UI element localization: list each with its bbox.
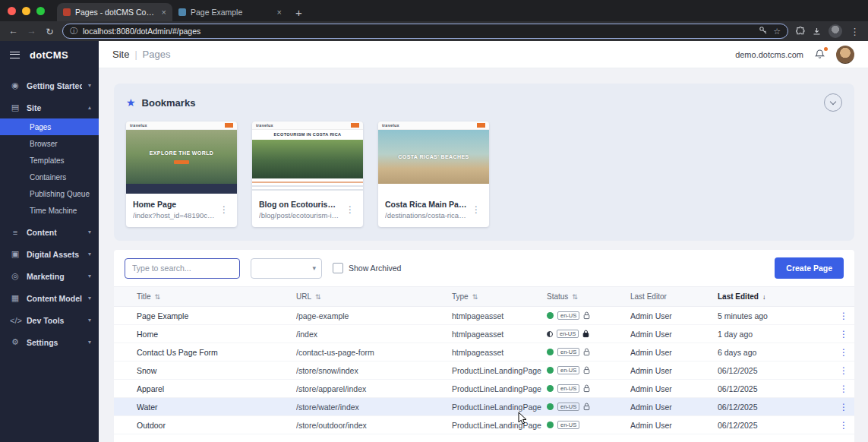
column-header-url[interactable]: URL ⇅	[296, 292, 452, 301]
sidebar-item-site[interactable]: ▤ Site ▴	[0, 96, 99, 118]
sort-icon[interactable]: ⇅	[472, 293, 478, 301]
bookmarks-collapse-button[interactable]	[824, 93, 842, 112]
row-menu-icon[interactable]: ⋮	[839, 384, 848, 394]
type-filter-select[interactable]: ▾	[251, 258, 322, 279]
cell-title[interactable]: Page Example	[137, 311, 296, 320]
notifications-bell-icon[interactable]	[814, 49, 825, 60]
sort-icon[interactable]: ↓	[762, 293, 766, 301]
nav-item-label: Content Model	[27, 294, 82, 303]
column-header-title[interactable]: Title ⇅	[137, 292, 296, 301]
column-header-last-editor[interactable]: Last Editor	[630, 292, 718, 301]
bookmark-menu-icon[interactable]: ⋮	[344, 204, 356, 215]
sort-icon[interactable]: ⇅	[315, 293, 321, 301]
bookmark-title[interactable]: Costa Rica Main Page	[385, 200, 467, 209]
lock-icon	[582, 330, 589, 338]
bookmark-card[interactable]: travelux EXPLORE THE WORLD Home Page /in…	[126, 122, 237, 227]
table-row[interactable]: Contact Us Page Form /contact-us-page-fo…	[114, 343, 854, 361]
lock-icon	[583, 348, 590, 356]
sidebar-item-time-machine[interactable]: Time Machine	[0, 202, 99, 219]
downloads-icon[interactable]	[812, 27, 822, 36]
cell-title[interactable]: Snow	[137, 366, 296, 375]
bookmark-card[interactable]: travelux ECOTOURISM IN COSTA RICA Blog o…	[252, 122, 363, 227]
bookmark-menu-icon[interactable]: ⋮	[470, 204, 482, 215]
back-icon[interactable]: ←	[8, 26, 19, 36]
sidebar-item-containers[interactable]: Containers	[0, 169, 99, 185]
cell-edited: 1 day ago	[718, 330, 839, 339]
table-row[interactable]: Water /store/water/index ProductLineLand…	[114, 398, 854, 416]
cell-title[interactable]: Outdoor	[137, 421, 296, 430]
browser-tab[interactable]: Page Example ×	[172, 3, 288, 21]
minimize-window-button[interactable]	[22, 7, 30, 15]
user-avatar[interactable]	[836, 46, 854, 64]
site-hostname[interactable]: demo.dotcms.com	[735, 50, 803, 59]
forward-icon[interactable]: →	[26, 26, 37, 36]
chevron-down-icon: ▾	[312, 264, 316, 272]
sidebar-item-browser[interactable]: Browser	[0, 135, 99, 152]
browser-menu-icon[interactable]: ⋮	[849, 26, 860, 37]
reload-icon[interactable]: ↻	[44, 26, 55, 37]
bookmark-thumbnail: travelux COSTA RICAS' BEACHES	[378, 122, 489, 194]
bookmark-card[interactable]: travelux COSTA RICAS' BEACHES Costa Rica…	[378, 122, 489, 227]
close-window-button[interactable]	[8, 7, 16, 15]
cell-title[interactable]: Contact Us Page Form	[137, 348, 296, 357]
sort-icon[interactable]: ⇅	[572, 293, 578, 301]
sidebar-item-settings[interactable]: ⚙ Settings ▾	[0, 331, 99, 353]
cell-title[interactable]: Water	[137, 403, 296, 412]
tab-close-icon[interactable]: ×	[162, 8, 166, 17]
sidebar-item-templates[interactable]: Templates	[0, 152, 99, 169]
browser-profile-avatar[interactable]	[829, 24, 842, 38]
table-row[interactable]: Outdoor /store/outdoor/index ProductLine…	[114, 416, 854, 434]
row-menu-icon[interactable]: ⋮	[839, 311, 848, 321]
sidebar-item-dev-tools[interactable]: </> Dev Tools ▾	[0, 309, 99, 331]
row-menu-icon[interactable]: ⋮	[839, 365, 848, 376]
site-info-icon[interactable]: ⓘ	[70, 26, 77, 36]
thumb-brand: travelux	[256, 123, 273, 128]
pages-list-panel: ▾ Show Archived Create Page Title ⇅ URL …	[114, 250, 854, 442]
sidebar-item-getting-started[interactable]: ◉ Getting Started ▾	[0, 74, 99, 96]
breadcrumb-site[interactable]: Site	[112, 49, 129, 60]
sidebar-item-publishing-queue[interactable]: Publishing Queue	[0, 185, 99, 202]
hamburger-menu-icon[interactable]	[10, 52, 20, 58]
sort-icon[interactable]: ⇅	[155, 293, 161, 301]
search-input[interactable]	[125, 258, 240, 279]
column-header-type[interactable]: Type ⇅	[452, 292, 547, 301]
cell-edited: 06/12/2025	[718, 421, 839, 430]
new-tab-button[interactable]: +	[288, 3, 310, 21]
column-header-status[interactable]: Status ⇅	[547, 292, 630, 301]
browser-tab[interactable]: Pages - dotCMS Content Ma ×	[57, 3, 172, 21]
bookmark-title[interactable]: Home Page	[133, 200, 215, 209]
archived-checkbox[interactable]	[333, 263, 343, 273]
row-menu-icon[interactable]: ⋮	[839, 420, 848, 431]
tab-favicon-icon	[178, 8, 186, 16]
passwords-icon[interactable]	[759, 26, 768, 36]
bookmark-menu-icon[interactable]: ⋮	[218, 204, 230, 215]
column-label: Title	[137, 292, 151, 301]
bookmark-star-icon[interactable]: ☆	[773, 27, 781, 36]
tab-close-icon[interactable]: ×	[277, 8, 282, 17]
nav-item-icon: ▣	[10, 249, 21, 259]
bookmark-title[interactable]: Blog on Ecotourism in Cost...	[259, 200, 341, 209]
column-header-last-edited[interactable]: Last Edited ↓	[718, 292, 839, 301]
table-row[interactable]: Home /index htmlpageasset en-US Admin Us…	[114, 325, 854, 343]
address-bar[interactable]: ⓘ localhost:8080/dotAdmin/#/pages ☆	[62, 24, 788, 39]
show-archived-toggle[interactable]: Show Archived	[333, 263, 401, 273]
table-row[interactable]: Page Example /page-example htmlpageasset…	[114, 307, 854, 325]
sidebar-item-pages[interactable]: Pages	[0, 118, 99, 135]
cell-title[interactable]: Apparel	[137, 384, 296, 393]
table-row[interactable]: Snow /store/snow/index ProductLineLandin…	[114, 361, 854, 380]
sidebar-item-content-model[interactable]: ▦ Content Model ▾	[0, 287, 99, 309]
sidebar-item-digital-assets[interactable]: ▣ Digital Assets ▾	[0, 243, 99, 265]
url-text[interactable]: localhost:8080/dotAdmin/#/pages	[83, 27, 753, 36]
maximize-window-button[interactable]	[36, 7, 45, 15]
create-page-button[interactable]: Create Page	[775, 257, 844, 279]
status-dot	[547, 403, 554, 410]
extensions-icon[interactable]	[795, 27, 805, 36]
cell-type: ProductLineLandingPage	[452, 384, 547, 393]
row-menu-icon[interactable]: ⋮	[839, 329, 848, 339]
row-menu-icon[interactable]: ⋮	[839, 347, 848, 358]
sidebar-item-marketing[interactable]: ◎ Marketing ▾	[0, 265, 99, 287]
sidebar-item-content[interactable]: ≡ Content ▾	[0, 221, 99, 243]
table-row[interactable]: Apparel /store/apparel/index ProductLine…	[114, 380, 854, 398]
row-menu-icon[interactable]: ⋮	[839, 402, 848, 412]
cell-title[interactable]: Home	[137, 330, 296, 339]
